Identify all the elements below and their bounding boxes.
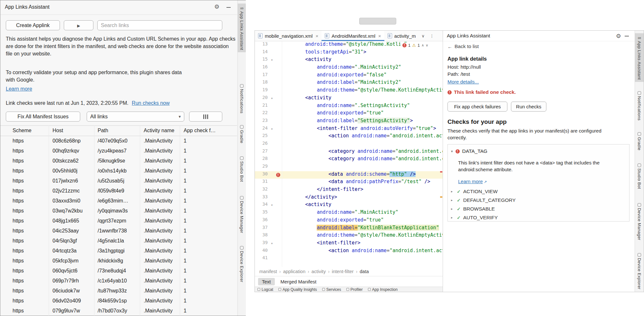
more-options-icon[interactable]: ⋮ <box>430 34 434 38</box>
tool-window-button[interactable]: App Quality Insights <box>278 287 317 292</box>
table-cell: 02jv21zzmc <box>53 186 80 196</box>
tool-window-button[interactable]: Logcat <box>257 287 273 292</box>
minimize-icon[interactable] <box>226 7 231 8</box>
tool-strip-tab-studio-bot[interactable]: Studio Bot <box>238 154 246 184</box>
app-link-details-heading: App link details <box>447 56 487 62</box>
tool-strip-tab-notifications[interactable]: Notifications <box>635 89 644 123</box>
table-row[interactable]: https008c6z68np/407e09q5x0.MainActivity1 <box>0 136 237 146</box>
search-input[interactable] <box>97 20 222 30</box>
code-editor[interactable]: 13 android:theme="@style/Theme.KotlinEmp… <box>255 41 443 267</box>
close-icon[interactable]: × <box>315 33 318 39</box>
breadcrumb-item[interactable]: data <box>360 269 369 274</box>
links-filter-dropdown[interactable]: All links ▾ <box>87 112 184 122</box>
back-to-list-link[interactable]: ← Back to list <box>447 44 479 49</box>
code-line: 33 </activity> <box>255 194 443 202</box>
fix-app-check-failures-button[interactable]: Fix app check failures <box>447 102 507 112</box>
create-applink-button[interactable]: Create Applink <box>6 20 60 30</box>
more-details-link[interactable]: More details... <box>447 79 479 85</box>
passed-check-row[interactable]: ▸✓AUTO_VERIFY <box>451 213 516 222</box>
table-row[interactable]: https02jv21zzmc/l059v8t4e9.MainActivity1 <box>0 186 237 196</box>
editor-view-tab-text[interactable]: Text <box>258 278 275 285</box>
column-header[interactable]: App check f… <box>184 126 216 135</box>
table-cell: .MainActivity <box>144 146 173 156</box>
run-checks-button[interactable]: Run checks <box>511 102 546 112</box>
table-row[interactable]: https060qv5jct6/73ne8udqj4.MainActivity1 <box>0 266 237 276</box>
table-row[interactable]: https069p7r79rh/c1x64yab10.MainActivity1 <box>0 276 237 286</box>
next-issue-icon[interactable]: ∨ <box>426 43 428 47</box>
breadcrumb-item[interactable]: application <box>283 269 305 274</box>
failed-check-row[interactable]: ▾ ! DATA_TAG <box>451 148 487 154</box>
tool-strip-tab-app-links-assistant[interactable]: ∞App Links Assistant <box>238 4 246 52</box>
prev-issue-icon[interactable]: ∧ <box>421 43 424 47</box>
editor-view-tab-merged-manifest[interactable]: Merged Manifest <box>277 278 321 285</box>
fold-icon <box>270 87 274 95</box>
table-row[interactable]: https00v5hhld0j/o0xhs14ykb.MainActivity1 <box>0 166 237 176</box>
checks-box: ▾ ! DATA_TAG This link's intent filter d… <box>447 144 630 222</box>
fold-icon: ▾ <box>270 56 274 64</box>
tool-strip-tab-notifications[interactable]: Notifications <box>238 82 246 116</box>
table-row[interactable]: https00tskcza62/5lknugk9se.MainActivity1 <box>0 156 237 166</box>
fold-icon <box>270 255 274 263</box>
passed-check-row[interactable]: ▸✓ACTION_VIEW <box>451 187 516 196</box>
table-row[interactable]: https06ciudok7w/tu87hwp33z.MainActivity1 <box>0 286 237 296</box>
tool-strip-tab-gradle[interactable]: Gradle <box>238 123 246 145</box>
gear-icon[interactable]: ⚙ <box>214 3 219 10</box>
run-checks-now-link[interactable]: Run checks now <box>132 100 169 106</box>
learn-more-link[interactable]: Learn more <box>458 179 483 184</box>
learn-more-link[interactable]: Learn more <box>6 86 32 92</box>
code-line: 18 android:label="MainActivity2" <box>255 79 443 87</box>
minimize-icon[interactable] <box>625 36 629 36</box>
breadcrumb-item[interactable]: manifest <box>259 269 277 274</box>
table-row[interactable]: https017jwlxzn6/u5t2usab5j.MainActivity1 <box>0 176 237 186</box>
table-row[interactable]: https048jg1x665/qgrt37ezpm.MainActivity1 <box>0 216 237 226</box>
tool-strip-tab-studio-bot[interactable]: Studio Bot <box>635 161 644 191</box>
run-button[interactable]: ▶ <box>64 20 93 30</box>
hidden-tabs-chevron-icon[interactable]: ∨ <box>422 34 425 38</box>
fold-icon <box>270 156 274 163</box>
tool-window-button[interactable]: Services <box>322 287 341 292</box>
inspection-widget[interactable]: ! 1 ⚠ 1 ∧ ∨ <box>400 43 430 48</box>
table-row[interactable]: https04rtcqtz3a/3a1hgptqgi.MainActivity1 <box>0 246 237 256</box>
tool-window-button[interactable]: Profiler <box>346 287 363 292</box>
passed-check-row[interactable]: ▸✓BROWSABLE <box>451 204 516 213</box>
editor-tab-mobile_navigation.xml[interactable]: mobile_navigation.xml× <box>255 31 322 41</box>
close-icon[interactable]: × <box>378 33 381 39</box>
error-stripe-mark[interactable] <box>440 171 442 173</box>
fold-icon <box>270 186 274 194</box>
warning-stripe-mark[interactable] <box>440 196 442 198</box>
floating-window-fragment <box>359 18 396 25</box>
column-header[interactable]: Host <box>53 126 63 135</box>
tool-strip-tab-gradle[interactable]: Gradle <box>635 130 644 153</box>
column-header[interactable]: Scheme <box>13 126 32 135</box>
tool-strip-tab-device-explorer[interactable]: Device Explorer <box>635 251 644 292</box>
table-row[interactable]: https00hq9zrkqv/yzu4kpeas7.MainActivity1 <box>0 146 237 156</box>
tool-strip-tab-device-manager[interactable]: Device Manager <box>635 201 644 242</box>
gear-icon[interactable]: ⚙ <box>616 33 621 40</box>
column-header[interactable]: Path <box>98 126 108 135</box>
table-row[interactable]: https06dv02o409/84k659v1sp.MainActivity1 <box>0 296 237 306</box>
fix-all-manifest-issues-button[interactable]: Fix All Manifest Issues <box>6 112 80 122</box>
table-cell: /khidckix8g <box>98 256 123 266</box>
table-row[interactable]: https04ic253aay/1wwnfbr738.MainActivity1 <box>0 226 237 236</box>
editor-tab-activity_m[interactable]: activity_m <box>384 31 419 41</box>
check-name: DATA_TAG <box>462 148 487 154</box>
table-row[interactable]: https04r5lqn3gf/4g5nalc1la.MainActivity1 <box>0 236 237 246</box>
tool-strip-tab-device-explorer[interactable]: Device Explorer <box>238 244 246 285</box>
editor-tab-androidmanifest.xml[interactable]: AndroidManifest.xml× <box>322 31 384 41</box>
table-row[interactable]: https03axxd3mi0/e6g63mim….MainActivity1 <box>0 196 237 206</box>
column-header[interactable]: Activity name <box>144 126 174 135</box>
tool-window-button[interactable]: App Inspection <box>368 287 398 292</box>
fold-icon <box>270 171 274 179</box>
table-row[interactable]: https03wq7w2kbu/y0qqimaw3s.MainActivity1 <box>0 206 237 216</box>
table-row[interactable]: https079g9luv7w/h7bd07ox3y.MainActivity1 <box>0 306 237 316</box>
passed-check-row[interactable]: ▸✓DEFAULT_CATEGORY <box>451 196 516 204</box>
code-line: 25 <action android:name="android.intent.… <box>255 133 443 141</box>
columns-button[interactable] <box>189 112 222 122</box>
table-row[interactable]: https05kfcp3jvm/khidckix8g.MainActivity1 <box>0 256 237 266</box>
breadcrumb-item[interactable]: intent-filter <box>332 269 354 274</box>
fold-icon <box>270 41 274 49</box>
table-cell: .MainActivity <box>144 216 173 226</box>
breadcrumb-item[interactable]: activity <box>312 269 326 274</box>
tool-strip-tab-device-manager[interactable]: Device Manager <box>238 194 246 235</box>
tool-strip-tab-app-links-assistant[interactable]: ∞App Links Assistant <box>635 33 644 82</box>
